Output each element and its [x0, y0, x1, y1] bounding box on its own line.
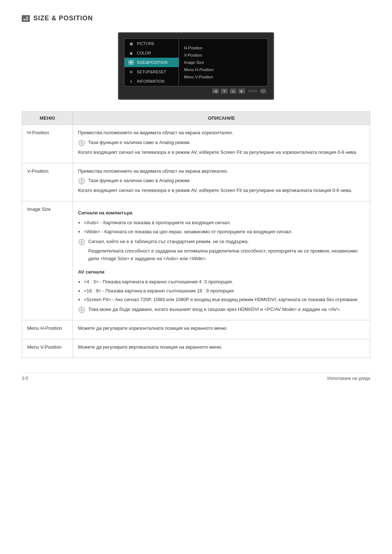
- svg-rect-3: [23, 19, 25, 20]
- vpos-note2-text: Когато входящият сигнал на телевизора е …: [78, 187, 365, 194]
- osd-picture-label: PICTURE: [137, 41, 154, 46]
- osd-right-imgsize: Image Size: [184, 59, 262, 65]
- vpos-note1-text: Тази функция е налична само в Analog реж…: [88, 177, 191, 185]
- svg-point-24: [79, 307, 85, 313]
- svg-point-19: [79, 239, 85, 245]
- computer-bullet-1: <Auto> - Картината се показва в пропорци…: [84, 219, 365, 227]
- av-bullet-3: <Screen Fit> - Ако сигнал 720P, 1080i ил…: [84, 296, 365, 304]
- desc-cell-menuvpos: Можете да регулирате вертикалната позици…: [73, 339, 370, 358]
- av-bullets-list: <4 : 3> - Показва картината в екранно съ…: [84, 278, 365, 304]
- table-row-imagesize: Image Size Сигнали на компютъра <Auto> -…: [22, 201, 370, 320]
- menu-cell-vposition: V-Position: [22, 163, 73, 201]
- desc-cell-vposition: Премества положението на видимата област…: [73, 163, 370, 201]
- osd-right-menuvpos: Menu V-Position: [184, 74, 262, 80]
- nav-right-btn: ▶: [238, 89, 245, 94]
- hpos-note1-row: Тази функция е налична само в Analog реж…: [78, 139, 365, 147]
- col-menu-header: МЕНЮ: [22, 112, 73, 125]
- note-icon-1: [78, 139, 85, 147]
- menu-cell-menuhpos: Menu H-Position: [22, 320, 73, 339]
- svg-point-9: [79, 140, 85, 146]
- osd-left-panel: ▦ PICTURE ◉ COLOR: [124, 39, 179, 86]
- nav-power-btn: ○: [260, 89, 266, 94]
- osd-size-icon: [128, 59, 134, 65]
- imgsize-note1-text2: Разделителната способност е зададена на …: [88, 247, 365, 263]
- osd-right-vpos: V-Position: [184, 52, 262, 58]
- page-title: SIZE & POSITION: [33, 15, 93, 22]
- imgsize-note1-content: Сигнал, който не е в таблицата със станд…: [88, 238, 365, 265]
- osd-right-hpos: H-Position: [184, 45, 262, 51]
- desc-cell-menuhpos: Можете да регулирате хоризонталната пози…: [73, 320, 370, 339]
- imgsize-note1-text1: Сигнал, който не е в таблицата със станд…: [88, 238, 365, 246]
- menu-cell-hposition: H-Position: [22, 125, 73, 163]
- osd-setup-label: SETUP&RESET: [137, 70, 166, 74]
- nav-auto-btn: AUTO: [247, 89, 258, 94]
- menuhpos-desc: Можете да регулирате хоризонталната пози…: [78, 325, 365, 332]
- svg-rect-2: [26, 17, 28, 18]
- hpos-note2-text: Когато входящият сигнал на телевизора е …: [78, 149, 365, 156]
- svg-rect-7: [128, 63, 131, 65]
- osd-picture-icon: ▦: [128, 41, 134, 46]
- imgsize-note2-text: Това може да бъде задавано, когато външн…: [88, 306, 341, 313]
- svg-rect-6: [131, 60, 134, 62]
- osd-color-icon: ◉: [128, 50, 134, 56]
- menuvpos-desc: Можете да регулирате вертикалната позици…: [78, 344, 365, 351]
- monitor-illustration: ▦ PICTURE ◉ COLOR: [22, 32, 370, 100]
- computer-bullet-2: <Wide> - Картината се показва на цял екр…: [84, 228, 365, 236]
- nav-up-btn: ▲: [230, 89, 236, 94]
- hpos-intro: Премества положението на видимата област…: [78, 129, 365, 137]
- table-row-menuvpos: Menu V-Position Можете да регулирате вер…: [22, 339, 370, 358]
- av-signals-label: AV сигнали: [78, 268, 365, 276]
- desc-cell-imagesize: Сигнали на компютъра <Auto> - Картината …: [73, 201, 370, 320]
- note-icon-2: [78, 177, 85, 185]
- svg-rect-8: [131, 63, 134, 65]
- page-number: 3-5: [22, 376, 28, 381]
- table-row-menuhpos: Menu H-Position Можете да регулирате хор…: [22, 320, 370, 339]
- col-desc-header: ОПИСАНИЕ: [73, 112, 370, 125]
- osd-item-setup: ⚙ SETUP&RESET: [124, 67, 179, 77]
- note-icon-3: [78, 238, 85, 246]
- osd-info-label: INFORMATION: [137, 79, 164, 83]
- monitor-screen: ▦ PICTURE ◉ COLOR: [118, 32, 274, 100]
- desc-cell-hposition: Премества положението на видимата област…: [73, 125, 370, 163]
- computer-bullets-list: <Auto> - Картината се показва в пропорци…: [84, 219, 365, 236]
- svg-rect-4: [26, 19, 28, 20]
- hpos-note1-text: Тази функция е налична само в Analog реж…: [88, 139, 191, 147]
- size-position-icon: [22, 15, 30, 22]
- menu-cell-menuvpos: Menu V-Position: [22, 339, 73, 358]
- note-icon-4: [78, 306, 85, 313]
- svg-rect-5: [128, 60, 131, 62]
- imgsize-note1-row: Сигнал, който не е в таблицата със станд…: [78, 238, 365, 265]
- osd-item-picture: ▦ PICTURE: [124, 39, 179, 48]
- osd-setup-icon: ⚙: [128, 69, 134, 75]
- vpos-intro: Премества положението на видимата област…: [78, 168, 365, 175]
- svg-point-14: [79, 178, 85, 184]
- computer-signals-label: Сигнали на компютъра: [78, 209, 365, 217]
- page-header: SIZE & POSITION: [22, 15, 370, 22]
- imgsize-note2-row: Това може да бъде задавано, когато външн…: [78, 306, 365, 313]
- nav-down-btn: ▼: [221, 89, 228, 94]
- osd-right-menuhpos: Menu H-Position: [184, 67, 262, 73]
- monitor-nav-bar: ◀ ▼ ▲ ▶ AUTO ○: [124, 89, 268, 94]
- osd-item-info: ℹ INFORMATION: [124, 77, 179, 86]
- menu-cell-imagesize: Image Size: [22, 201, 73, 320]
- osd-info-icon: ℹ: [128, 78, 134, 84]
- vpos-note1-row: Тази функция е налична само в Analog реж…: [78, 177, 365, 185]
- osd-menu: ▦ PICTURE ◉ COLOR: [124, 38, 268, 86]
- page-footer: 3-5 Използване на уреда: [22, 373, 370, 381]
- osd-right-panel: H-Position V-Position Image Size Menu H-…: [179, 39, 268, 86]
- table-row-hposition: H-Position Премества положението на види…: [22, 125, 370, 163]
- table-row-vposition: V-Position Премества положението на види…: [22, 163, 370, 201]
- svg-rect-1: [23, 17, 25, 18]
- osd-color-label: COLOR: [137, 51, 151, 55]
- av-bullet-1: <4 : 3> - Показва картината в екранно съ…: [84, 278, 365, 286]
- osd-sizeposition-label: SIZE&POSITION: [137, 60, 167, 65]
- nav-left-btn: ◀: [212, 89, 219, 94]
- main-table: МЕНЮ ОПИСАНИЕ H-Position Премества полож…: [22, 111, 370, 358]
- av-bullet-2: <16 : 9> - Показва картина в екранно съо…: [84, 287, 365, 295]
- osd-item-color: ◉ COLOR: [124, 48, 179, 58]
- osd-item-sizeposition: SIZE&POSITION: [124, 58, 179, 67]
- footer-right-text: Използване на уреда: [327, 376, 370, 381]
